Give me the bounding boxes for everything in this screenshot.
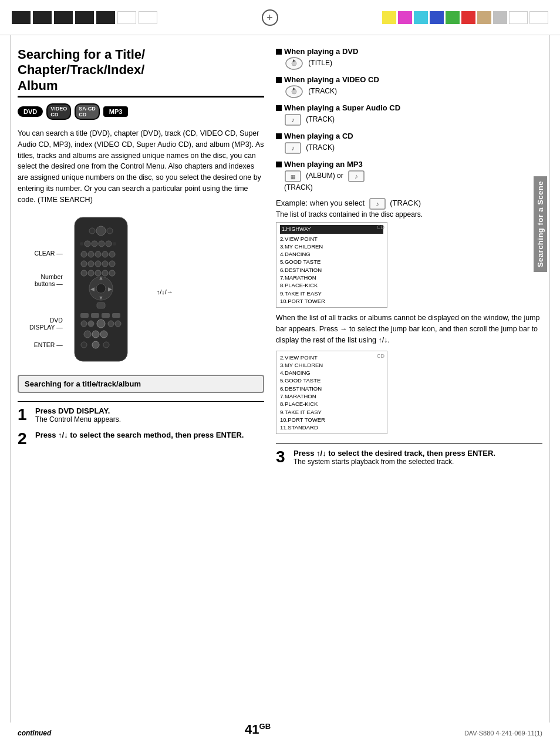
page-border-left	[11, 35, 11, 723]
play-mode-vcd-title: When playing a VIDEO CD	[284, 75, 379, 84]
svg-text:♪: ♪	[376, 200, 379, 207]
footer-right: DAV-S880 4-241-069-11(1)	[464, 728, 542, 737]
step-1-desc: The Control Menu appears.	[35, 415, 264, 424]
tl1-item-8: 8.PLACE-KICK	[280, 281, 383, 289]
tl2-item-7: 7.MARATHON	[280, 392, 383, 400]
tl2-item-2: 2.VIEW POINT	[280, 354, 383, 361]
svg-point-21	[88, 270, 94, 276]
svg-rect-32	[80, 313, 89, 318]
svg-point-24	[109, 270, 115, 276]
step-2: 2 Press ↑/↓ to select the search method,…	[18, 431, 264, 447]
svg-point-6	[99, 241, 104, 247]
footer-left: continued	[18, 728, 51, 737]
svg-point-42	[92, 331, 99, 338]
list-appears-text: The list of tracks contained in the disc…	[276, 210, 542, 219]
track-list-2: CD 2.VIEW POINT 3.MY CHILDREN 4.DANCING …	[276, 351, 387, 435]
tl2-item-8: 8.PLACE-KICK	[280, 400, 383, 408]
header-block-7	[139, 11, 157, 24]
svg-point-26	[96, 284, 106, 293]
footer-superscript: GB	[259, 722, 271, 731]
step-1-title: Press DVD DISPLAY.	[35, 406, 264, 415]
vcd-track-icon: ▶	[284, 85, 304, 99]
svg-point-2	[89, 228, 95, 234]
play-mode-mp3-header: When playing an MP3	[276, 160, 542, 169]
header-block-6	[117, 11, 136, 24]
bullet-dvd	[276, 49, 282, 55]
svg-text:▲: ▲	[98, 275, 103, 281]
sacd-track-icon: ♪	[284, 113, 302, 127]
svg-point-9	[113, 242, 116, 246]
page-title: Searching for a Title/Chapter/Track/Inde…	[18, 47, 264, 98]
svg-text:▦: ▦	[291, 174, 296, 180]
header-block-3	[54, 11, 73, 24]
header-block-4	[75, 11, 94, 24]
badge-vcd: VIDEOCD	[46, 103, 71, 120]
svg-point-37	[88, 321, 94, 327]
bullet-mp3	[276, 162, 282, 167]
play-mode-vcd-detail: ▶ (TRACK)	[284, 85, 542, 99]
mp3-track-icon: ♪	[348, 169, 365, 183]
tl2-item-5: 5.GOOD TASTE	[280, 377, 383, 384]
right-column: When playing a DVD ▶ (TITLE) When playin…	[276, 47, 542, 473]
play-mode-dvd-title: When playing a DVD	[284, 47, 358, 56]
svg-text:◀: ◀	[90, 286, 94, 292]
play-mode-cd: When playing a CD ♪ (TRACK)	[276, 132, 542, 155]
step-1-content: Press DVD DISPLAY. The Control Menu appe…	[35, 406, 264, 424]
step-2-number: 2	[18, 431, 31, 447]
tl1-item-2: 2.VIEW POINT	[280, 235, 383, 243]
badge-mp3: MP3	[103, 106, 129, 117]
header-block-2	[33, 11, 52, 24]
svg-point-20	[81, 270, 87, 276]
tl2-corner: CD	[377, 352, 384, 360]
section-box: Searching for a title/track/album	[18, 375, 264, 393]
color-cyan	[414, 11, 428, 24]
play-mode-mp3-title: When playing an MP3	[284, 160, 363, 169]
svg-point-38	[97, 320, 105, 328]
body-text: You can search a title (DVD), chapter (D…	[18, 128, 264, 205]
svg-point-46	[103, 342, 109, 348]
tl2-item-10: 10.PORT TOWER	[280, 416, 383, 424]
step-2-title: Press ↑/↓ to select the search method, t…	[35, 431, 264, 439]
svg-point-17	[95, 261, 101, 267]
remote-svg-wrapper: ▲ ▼ ◀ ▶	[63, 214, 139, 369]
cd-track-icon: ♪	[284, 141, 302, 155]
svg-text:▶: ▶	[107, 286, 112, 292]
remote-illustration: CLEAR — Numberbuttons — DVDDISPLAY — ENT…	[29, 214, 264, 369]
footer-continued: continued	[18, 729, 51, 737]
mp3-album-icon: ▦	[284, 169, 302, 183]
svg-point-10	[81, 251, 87, 257]
tl1-item-4: 4.DANCING	[280, 250, 383, 258]
remote-labels: CLEAR — Numberbuttons — DVDDISPLAY — ENT…	[29, 214, 63, 365]
svg-point-39	[108, 321, 114, 327]
bullet-vcd	[276, 77, 282, 83]
svg-point-44	[81, 342, 87, 348]
svg-text:▼: ▼	[98, 295, 103, 301]
header-center	[157, 9, 382, 26]
play-mode-sacd-title: When playing a Super Audio CD	[284, 103, 400, 112]
header-block-r2	[529, 11, 548, 24]
bullet-sacd	[276, 105, 282, 111]
play-mode-sacd-detail: ♪ (TRACK)	[284, 113, 542, 127]
tl1-item-7: 7.MARATHON	[280, 274, 383, 281]
section-box-title: Searching for a title/track/album	[25, 379, 257, 388]
footer-page-number: 41GB	[245, 722, 271, 737]
sidebar-label: Searching for a Scene	[534, 176, 547, 272]
color-green	[446, 11, 460, 24]
svg-point-16	[88, 261, 94, 267]
example-text: Example: when you select ♪ (TRACK)	[276, 197, 542, 210]
color-magenta	[398, 11, 412, 24]
play-mode-sacd-header: When playing a Super Audio CD	[276, 103, 542, 112]
header-left-blocks	[12, 11, 157, 24]
play-mode-cd-title: When playing a CD	[284, 132, 353, 140]
tl2-item-11: 11.STANDARD	[280, 424, 383, 431]
footer: continued 41GB DAV-S880 4-241-069-11(1)	[0, 722, 560, 737]
svg-point-5	[92, 241, 97, 247]
svg-rect-34	[102, 313, 110, 318]
play-mode-vcd: When playing a VIDEO CD ▶ (TRACK)	[276, 75, 542, 99]
svg-text:♪: ♪	[291, 116, 295, 123]
footer-model: DAV-S880 4-241-069-11(1)	[464, 730, 542, 737]
step-3-number: 3	[276, 449, 289, 466]
tl1-item-9: 9.TAKE IT EASY	[280, 290, 383, 297]
footer-center: 41GB	[245, 722, 271, 737]
step-3-divider	[276, 443, 542, 444]
